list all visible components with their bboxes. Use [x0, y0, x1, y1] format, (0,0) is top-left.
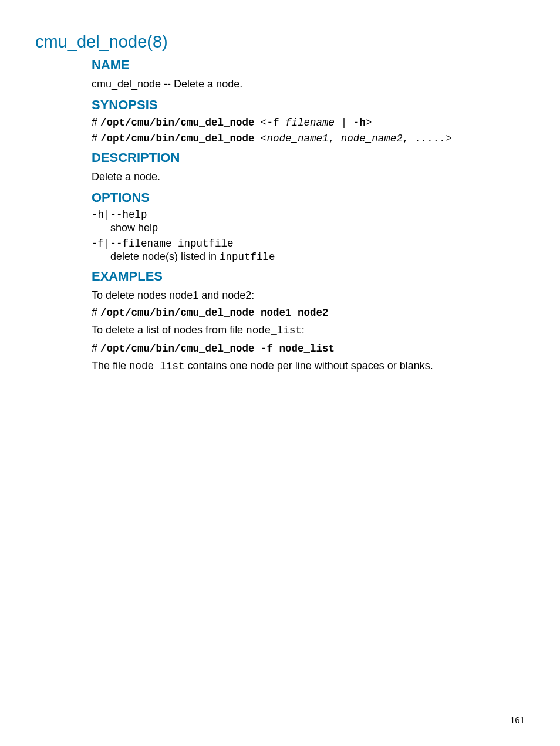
command-path: /opt/cmu/bin/cmu_del_node	[100, 133, 255, 144]
hash-prompt: #	[92, 116, 100, 128]
inputfile-code: inputfile	[220, 251, 275, 263]
section-heading-options: OPTIONS	[92, 190, 525, 205]
hash-prompt: #	[92, 132, 100, 144]
manpage: cmu_del_node(8) NAME cmu_del_node -- Del…	[0, 0, 560, 374]
page-title: cmu_del_node(8)	[35, 32, 525, 52]
example-1-cmd-text: /opt/cmu/bin/cmu_del_node node1 node2	[100, 307, 329, 319]
command-path: /opt/cmu/bin/cmu_del_node	[100, 117, 255, 129]
flag-f: -f	[267, 117, 279, 129]
section-heading-synopsis: SYNOPSIS	[92, 97, 525, 113]
arg-filename: filename	[285, 117, 335, 129]
node-list-code: node_list	[129, 360, 185, 372]
option-filename-desc: delete node(s) listed in inputfile	[110, 251, 525, 263]
option-filename-term: -f|--filename inputfile	[92, 238, 525, 249]
synopsis-line-2: # /opt/cmu/bin/cmu_del_node <node_name1,…	[92, 132, 525, 144]
angle-open: <	[255, 117, 267, 129]
option-help-desc: show help	[110, 222, 525, 234]
option-help-term: -h|--help	[92, 209, 525, 221]
section-heading-name: NAME	[92, 58, 525, 73]
example-note-post: contains one node per line without space…	[185, 360, 433, 372]
synopsis-line-1: # /opt/cmu/bin/cmu_del_node <-f filename…	[92, 116, 525, 129]
example-1-command: # /opt/cmu/bin/cmu_del_node node1 node2	[92, 306, 525, 319]
section-heading-examples: EXAMPLES	[92, 269, 525, 284]
example-note: The file node_list contains one node per…	[92, 358, 525, 374]
name-text: cmu_del_node -- Delete a node.	[92, 76, 525, 92]
example-2-cmd-text: /opt/cmu/bin/cmu_del_node -f node_list	[100, 343, 335, 355]
example-1-intro: To delete nodes node1 and node2:	[92, 288, 525, 303]
comma: ,	[329, 133, 341, 144]
arg-node1: node_name1	[267, 133, 329, 144]
angle-close: >	[366, 117, 372, 129]
description-text: Delete a node.	[92, 169, 525, 184]
flag-h: -h	[353, 117, 366, 129]
comma: ,	[403, 133, 415, 144]
example-2-pre: To delete a list of nodes from file	[92, 324, 246, 336]
angle-close: >	[446, 133, 452, 144]
option-filename-desc-text: delete node(s) listed in	[110, 251, 220, 262]
node-list-code: node_list	[246, 325, 302, 336]
angle-open: <	[255, 133, 267, 144]
example-2-command: # /opt/cmu/bin/cmu_del_node -f node_list	[92, 342, 525, 355]
space	[279, 117, 286, 129]
arg-node2: node_name2	[341, 133, 403, 144]
hash-prompt: #	[92, 306, 100, 318]
pipe: |	[335, 117, 353, 129]
page-number: 161	[510, 715, 525, 725]
section-heading-description: DESCRIPTION	[92, 150, 525, 166]
example-2-intro: To delete a list of nodes from file node…	[92, 322, 525, 338]
arg-dots: .....	[415, 133, 446, 144]
hash-prompt: #	[92, 342, 100, 354]
content: NAME cmu_del_node -- Delete a node. SYNO…	[92, 58, 525, 374]
example-note-pre: The file	[92, 360, 129, 372]
example-2-post: :	[302, 324, 305, 336]
